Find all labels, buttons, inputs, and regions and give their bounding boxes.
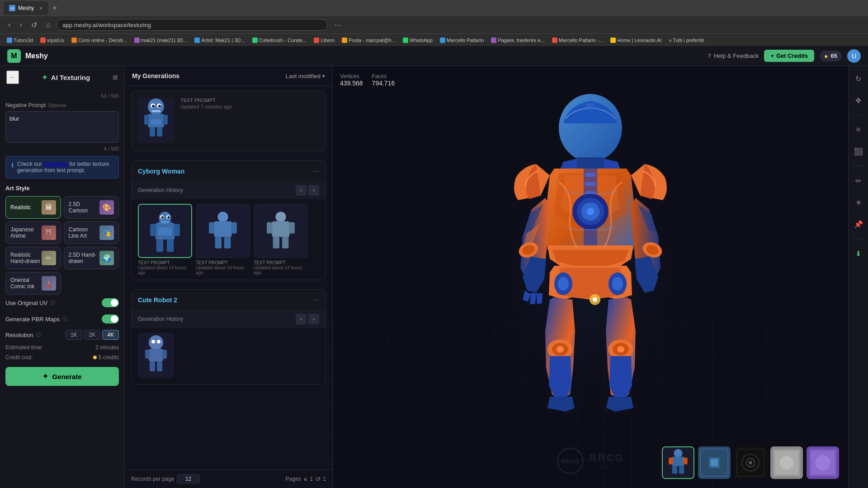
texture-thumbnail-bar [662, 446, 839, 479]
watermark-sub: 人人素材 [590, 464, 624, 470]
generate-btn[interactable]: ✦ Generate [5, 367, 119, 386]
panel-header: My Generations Last modified ▾ [125, 66, 332, 86]
svg-point-9 [152, 105, 155, 108]
robot-more-btn[interactable]: ··· [312, 295, 319, 305]
tex-thumb-4[interactable] [770, 446, 803, 479]
history-thumb-2[interactable] [196, 204, 250, 258]
bookmark-mak21-1[interactable]: mak21 (mak21) 3D... [131, 37, 191, 44]
extensions-btn[interactable]: ⋯ [331, 20, 344, 30]
cyborg-more-btn[interactable]: ··· [312, 166, 319, 176]
bookmark-favicon [552, 38, 557, 43]
res-4k-btn[interactable]: 4K [102, 330, 119, 340]
section-header-cyborg: Cyborg Woman ··· [132, 161, 326, 181]
get-credits-btn[interactable]: + Get Credits [764, 50, 814, 62]
tex-thumb-5[interactable] [807, 446, 839, 479]
standalone-time: Updated 7 minutes ago [180, 104, 232, 109]
robot-history-next-btn[interactable]: › [308, 314, 319, 324]
download-tool-btn[interactable]: ⬇ [851, 246, 866, 261]
res-info-icon[interactable]: ⓘ [36, 332, 41, 338]
app-header: M Meshy ? Help & Feedback + Get Credits … [0, 46, 868, 66]
art-thumb-cartoon: 🎭 [99, 225, 114, 240]
tex-thumb-1[interactable] [662, 446, 694, 479]
sidebar-grid-btn[interactable]: ⊞ [113, 74, 118, 81]
tex-thumb-svg-4 [771, 446, 802, 479]
history-thumb-3[interactable] [254, 204, 308, 258]
robot-history-label: Generation History [138, 316, 183, 322]
active-tab[interactable]: M Meshy × [4, 1, 48, 15]
tex-thumb-2[interactable] [698, 446, 731, 479]
generate-pbr-toggle[interactable] [102, 314, 119, 324]
svg-point-48 [157, 340, 160, 343]
art-style-japanese-anime[interactable]: Japanese Anime ⛩ [5, 221, 61, 244]
back-btn[interactable]: ‹ [5, 20, 13, 30]
bookmark-favicon [491, 38, 496, 43]
edit-tool-btn[interactable]: ✏ [851, 174, 866, 188]
history-prev-btn[interactable]: ‹ [296, 185, 307, 196]
bookmark-tutors3d[interactable]: Tutors3d [4, 37, 36, 44]
pbr-info-icon[interactable]: ⓘ [62, 316, 67, 323]
pan-tool-btn[interactable]: ✥ [851, 93, 866, 108]
bookmark-label: » Tutti i preferiiti [669, 38, 704, 43]
toolbar-divider-3 [853, 239, 864, 239]
user-avatar[interactable]: U [847, 49, 861, 63]
middle-panel: My Generations Last modified ▾ [125, 66, 333, 488]
bookmark-squid[interactable]: squid.io [37, 37, 67, 44]
bookmark-tutti[interactable]: » Tutti i preferiiti [665, 37, 707, 44]
bookmark-leonardo[interactable]: Home | Leonardo.AI [607, 37, 665, 44]
art-style-cartoon-line[interactable]: Cartoon Line Art 🎭 [64, 221, 119, 244]
bookmark-corsi[interactable]: Corsi online - Decidi... [68, 37, 130, 44]
uv-info-icon[interactable]: ⓘ [50, 300, 55, 306]
bookmark-posta[interactable]: Posta - marcpat@h... [339, 37, 399, 44]
negative-prompt-input[interactable]: blur [5, 111, 119, 143]
robot-history-prev-btn[interactable]: ‹ [296, 314, 307, 324]
refresh-btn[interactable]: ↺ [28, 20, 40, 30]
bookmark-artist-mak21[interactable]: Artist: Mak21 | 3D... [191, 37, 248, 44]
bookmark-favicon [342, 38, 347, 43]
art-style-oriental-comic[interactable]: Oriental Comic Ink 🗼 [5, 272, 61, 295]
guidelines-link[interactable]: guidelines [43, 161, 68, 167]
help-feedback-btn[interactable]: ? Help & Feedback [708, 52, 759, 59]
per-page-input[interactable] [177, 474, 199, 483]
first-page-btn[interactable]: « [304, 475, 307, 483]
new-tab-btn[interactable]: + [50, 4, 60, 13]
bookmark-cubebrush[interactable]: Cubebrush - Curate... [249, 37, 310, 44]
res-2k-btn[interactable]: 2K [84, 330, 101, 340]
cyborg-title[interactable]: Cyborg Woman [138, 168, 184, 175]
rotate-tool-btn[interactable]: ↻ [851, 71, 866, 86]
bookmark-libero[interactable]: Libero [311, 37, 338, 44]
sidebar-back-btn[interactable]: ← [6, 70, 19, 84]
address-bar[interactable]: app.meshy.ai/workspace/texturing [57, 19, 328, 31]
home-btn[interactable]: ⌂ [43, 20, 53, 30]
bookmark-whatsapp[interactable]: WhatsApp [400, 37, 436, 44]
forward-btn[interactable]: › [17, 20, 24, 30]
robot-title[interactable]: Cute Robot 2 [138, 296, 177, 304]
tab-close-btn[interactable]: × [39, 5, 42, 11]
bookmark-marcello2[interactable]: Marcello Pattarin -... [549, 37, 606, 44]
use-original-uv-toggle[interactable] [102, 298, 119, 307]
screen-tool-btn[interactable]: ⬛ [851, 144, 866, 159]
art-style-realistic-hand[interactable]: Realistic Hand-drawn ✏ [5, 247, 61, 269]
sidebar-content: 63 / 500 Negative Prompt Optional blur 4… [0, 89, 124, 488]
art-style-25d-cartoon[interactable]: 2.5D Cartoon 🎨 [64, 196, 119, 219]
art-style-realistic[interactable]: Realistic 🏛 [5, 196, 61, 219]
pin-tool-btn[interactable]: 📌 [851, 217, 866, 231]
toolbar-divider-2 [853, 166, 864, 166]
est-time-label: Estimated time: [5, 344, 43, 351]
tex-thumb-3[interactable] [734, 446, 767, 479]
svg-point-34 [275, 211, 286, 222]
sort-btn[interactable]: Last modified ▾ [286, 73, 325, 80]
bookmark-label: Home | Leonardo.AI [617, 38, 661, 43]
credits-coin-icon: ● [824, 52, 828, 60]
res-1k-btn[interactable]: 1K [66, 330, 82, 340]
svg-rect-89 [711, 459, 717, 466]
history-next-btn[interactable]: › [308, 185, 319, 196]
bookmark-label: Posta - marcpat@h... [349, 38, 396, 43]
bookmark-pagare[interactable]: Pagare, trasferire e... [488, 37, 547, 44]
bookmark-marcello[interactable]: Marcello Pattarin [437, 37, 487, 44]
cyborg-model-svg [432, 78, 749, 476]
sun-tool-btn[interactable]: ☀ [851, 195, 866, 210]
lines-tool-btn[interactable]: ≡ [851, 122, 866, 137]
history-thumb-1[interactable] [138, 204, 192, 258]
bookmark-label: squid.io [47, 38, 64, 43]
art-style-25d-hand[interactable]: 2.5D Hand-drawn 🌍 [64, 247, 119, 269]
